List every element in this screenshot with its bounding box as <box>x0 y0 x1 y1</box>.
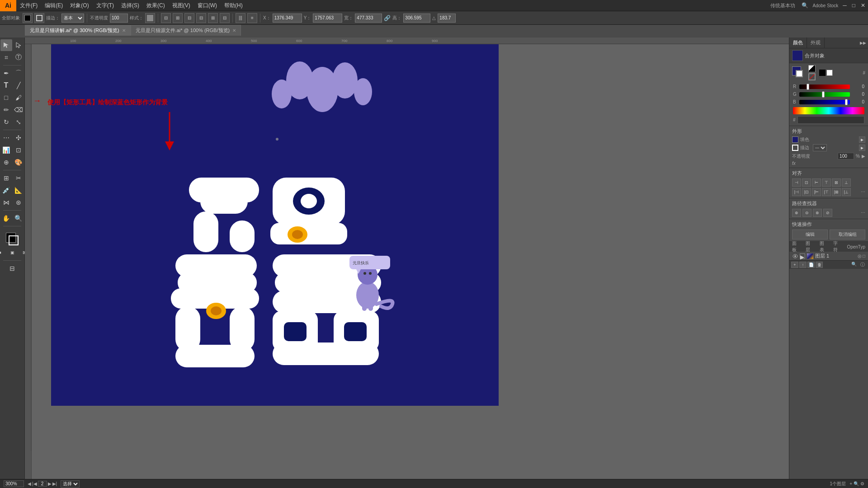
menu-edit[interactable]: 编辑(E) <box>41 0 66 11</box>
warp-tool[interactable]: ⌗ <box>0 52 12 63</box>
menu-view[interactable]: 视图(V) <box>169 0 194 11</box>
status-add-btn[interactable]: + <box>849 481 852 486</box>
align-v-bottom-btn[interactable]: ⊟ <box>220 13 230 23</box>
menu-help[interactable]: 帮助(H) <box>221 0 246 11</box>
distrib-v-btn[interactable]: ≡ <box>247 13 257 23</box>
tab-color[interactable]: 颜色 <box>789 38 807 48</box>
tab-opentype[interactable]: OpenTyp <box>844 242 868 252</box>
align-h-left-btn[interactable]: ⊟ <box>161 13 171 23</box>
maximize-btn[interactable]: □ <box>849 2 858 9</box>
align-v-center-btn[interactable]: ⊞ <box>208 13 218 23</box>
color-mode-btn[interactable]: ■ <box>0 247 6 258</box>
symbol-sprayer-tool[interactable]: ⊛ <box>13 197 24 208</box>
distrib-left-btn[interactable]: |⊣ <box>792 188 801 196</box>
blend-tool[interactable]: ⋈ <box>0 197 12 208</box>
measure-tool[interactable]: 📐 <box>13 184 24 196</box>
pencil-tool[interactable]: ✏ <box>0 104 12 116</box>
line-segment-tool[interactable]: ╱ <box>13 80 24 91</box>
minimize-btn[interactable]: ─ <box>840 2 849 9</box>
tab-panel[interactable]: 面板 <box>789 242 803 252</box>
color-spectrum[interactable] <box>793 107 864 114</box>
white-icon[interactable] <box>826 70 833 76</box>
tab-appearance[interactable]: 外观 <box>807 38 825 48</box>
align-hcenter-btn[interactable]: ⊡ <box>802 178 811 187</box>
menu-type[interactable]: 文字(T) <box>93 0 118 11</box>
tab-2-close[interactable]: ✕ <box>232 28 236 33</box>
free-transform-tool[interactable]: ⊡ <box>13 144 24 156</box>
tab-2[interactable]: 元旦是只猫源文件.ai* @ 100% (RGB/预览) ✕ <box>131 25 241 36</box>
fill-preview[interactable] <box>792 136 798 143</box>
stroke-preview[interactable] <box>792 145 798 151</box>
exclude-btn[interactable]: ⊘ <box>823 209 832 217</box>
edit-btn[interactable]: 编辑 <box>792 230 828 239</box>
menu-select[interactable]: 选择(S) <box>118 0 143 11</box>
adobe-stock-btn[interactable]: Adobe Stock <box>811 2 840 9</box>
menu-effect[interactable]: 效果(C) <box>143 0 169 11</box>
panel-more-btn[interactable]: ▶▶ <box>858 38 868 48</box>
puppet-warp-tool[interactable]: ✣ <box>13 132 24 144</box>
layer-lock-icon[interactable]: ▶ <box>800 253 805 259</box>
distrib-top-btn[interactable]: |⊤ <box>822 188 831 196</box>
status-search-btn[interactable]: 🔍 <box>854 481 859 486</box>
width-tool[interactable]: ⋯ <box>0 132 12 144</box>
direct-selection-tool[interactable] <box>13 39 24 51</box>
distrib-right-btn[interactable]: |⊢ <box>812 188 821 196</box>
hand-tool[interactable]: ✋ <box>0 212 12 224</box>
align-h-center-btn[interactable]: ⊞ <box>173 13 183 23</box>
column-graph-tool[interactable]: 📊 <box>0 144 12 156</box>
move-layer-btn[interactable]: ↑ <box>799 262 807 268</box>
cancel-group-btn[interactable]: 取消编组 <box>830 230 865 239</box>
eraser-tool[interactable]: ⌫ <box>13 104 24 116</box>
fill-expand-btn[interactable]: ▶ <box>859 136 865 143</box>
y-input[interactable] <box>313 14 342 23</box>
x-input[interactable] <box>273 14 302 23</box>
pen-tool[interactable]: ✒ <box>0 67 12 79</box>
stroke-expand-btn[interactable]: ▶ <box>859 145 865 151</box>
paintbrush-tool[interactable]: 🖌 <box>13 92 24 103</box>
menu-object[interactable]: 对象(O) <box>66 0 92 11</box>
layer-info-btn[interactable]: ⓘ <box>859 262 866 268</box>
distrib-h-btn[interactable]: ||| <box>236 13 245 23</box>
delete-layer-btn[interactable]: 🗑 <box>816 262 823 268</box>
tab-1[interactable]: 元旦是只猫讲解.ai* @ 300% (RGB/预览) ✕ <box>25 25 131 36</box>
more-options-btn[interactable]: … <box>861 188 865 196</box>
opacity-expand-btn[interactable]: ▶ <box>862 154 865 159</box>
g-slider[interactable] <box>799 92 850 97</box>
layer-visibility-icon[interactable] <box>792 253 798 259</box>
menu-window[interactable]: 窗口(W) <box>194 0 221 11</box>
rotate-tool[interactable]: ↻ <box>0 116 12 128</box>
fill-color-btn[interactable] <box>23 13 33 23</box>
layer-search-btn[interactable]: 🔍 <box>850 262 858 268</box>
status-select[interactable]: 选择 <box>61 480 80 488</box>
live-paint-tool[interactable]: 🎨 <box>13 156 24 168</box>
gradient-mode-btn[interactable]: ▣ <box>6 247 18 258</box>
angle-input[interactable] <box>438 14 456 23</box>
distrib-vcenter-btn[interactable]: |⊠ <box>832 188 841 196</box>
new-layer-btn[interactable]: 📄 <box>807 262 815 268</box>
tab-char[interactable]: 字符 <box>830 242 844 252</box>
h-input[interactable] <box>403 14 430 23</box>
prev-artboard-btn[interactable]: ◀ <box>28 481 31 486</box>
b-slider[interactable] <box>799 100 850 104</box>
minus-btn[interactable]: ⊖ <box>802 209 811 217</box>
status-settings-btn[interactable]: ⚙ <box>860 481 864 486</box>
last-artboard-btn[interactable]: ▶| <box>52 481 57 486</box>
w-input[interactable] <box>355 14 382 23</box>
r-slider[interactable] <box>799 84 850 89</box>
zoom-tool[interactable]: 🔍 <box>13 212 24 224</box>
tab-chart[interactable]: 图表 <box>817 242 830 252</box>
align-right-btn[interactable]: ⊢ <box>812 178 821 187</box>
curvature-tool[interactable]: ⌒ <box>13 67 24 79</box>
swap-btn[interactable] <box>808 65 816 72</box>
opacity-field[interactable] <box>838 153 854 160</box>
add-layer-btn[interactable]: + <box>791 262 798 268</box>
perspective-grid-tool[interactable]: ⊞ <box>0 172 12 184</box>
zoom-input[interactable] <box>4 480 24 487</box>
align-vcenter-btn[interactable]: ⊠ <box>832 178 841 187</box>
hex-input[interactable] <box>797 116 864 124</box>
distrib-hcenter-btn[interactable]: |⊡ <box>802 188 811 196</box>
touch-type-tool[interactable]: Ⓣ <box>13 52 24 63</box>
layer-target-btn[interactable]: ◎ <box>858 253 862 258</box>
selection-tool[interactable] <box>0 39 12 51</box>
stroke-color-btn[interactable] <box>34 13 44 23</box>
